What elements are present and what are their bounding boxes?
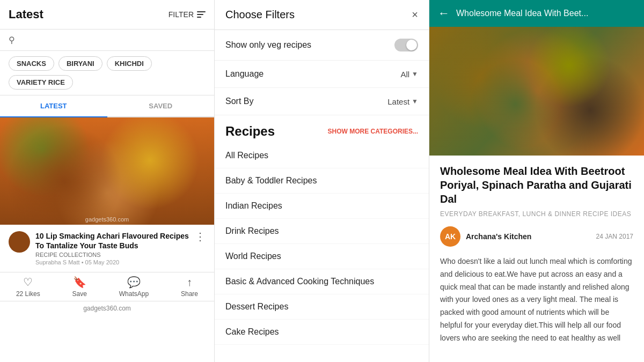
recipe-item-dessert[interactable]: Dessert Recipes	[215, 294, 429, 320]
recipe-body: Who doesn't like a laid out lunch meal w…	[429, 251, 644, 356]
article-date: 05 May 2020	[85, 259, 120, 265]
food-image-placeholder	[0, 117, 214, 225]
author-avatar: AK	[440, 226, 460, 247]
author-row: AK Archana's Kitchen 24 JAN 2017	[429, 222, 644, 251]
bottom-watermark: gadgets360.com	[0, 301, 214, 315]
recipe-item-indian[interactable]: Indian Recipes	[215, 194, 429, 219]
tab-saved[interactable]: SAVED	[107, 95, 215, 116]
chevron-down-icon-2: ▼	[412, 98, 418, 105]
whatsapp-icon: 💬	[127, 276, 141, 289]
veg-toggle[interactable]	[394, 39, 418, 51]
recipe-title-area: Wholesome Meal Idea With Beetroot Poriya…	[429, 156, 644, 222]
whatsapp-label: WhatsApp	[119, 290, 149, 298]
recipe-main-title: Wholesome Meal Idea With Beetroot Poriya…	[440, 164, 633, 206]
recipe-hero-image	[429, 27, 644, 156]
veg-filter-label: Show only veg recipes	[225, 40, 311, 50]
article-category: RECIPE COLLECTIONS	[35, 252, 189, 258]
recipes-section-header: Recipes SHOW MORE CATEGORIES...	[215, 115, 429, 143]
recipes-section-title: Recipes	[225, 124, 275, 139]
filter-panel: Choose Filters × Show only veg recipes L…	[215, 0, 429, 362]
share-icon: ↑	[187, 276, 192, 289]
more-options-button[interactable]: ⋮	[195, 231, 206, 242]
heart-icon: ♡	[23, 276, 33, 289]
sort-value-group: Latest ▼	[387, 97, 418, 106]
filter-icon	[197, 11, 206, 18]
close-button[interactable]: ×	[412, 9, 418, 21]
recipe-item-world[interactable]: World Recipes	[215, 244, 429, 269]
sort-filter-row[interactable]: Sort By Latest ▼	[215, 88, 429, 115]
likes-button[interactable]: ♡ 22 Likes	[16, 276, 40, 298]
right-panel: ← Wholesome Meal Idea With Beet... Whole…	[429, 0, 644, 362]
filter-title: Choose Filters	[225, 9, 295, 21]
language-value-group: All ▼	[400, 70, 418, 79]
back-arrow-icon[interactable]: ←	[438, 6, 450, 20]
save-label: Save	[72, 290, 87, 298]
tag-biryani[interactable]: BIRYANI	[58, 56, 103, 71]
avatar	[9, 231, 30, 253]
filter-header: Choose Filters ×	[215, 0, 429, 30]
recipe-item-cake[interactable]: Cake Recipes	[215, 320, 429, 345]
tags-row: SNACKS BIRYANI KHICHDI VARIETY RICE	[0, 51, 214, 95]
tabs-row: LATEST SAVED	[0, 95, 214, 117]
language-filter-row[interactable]: Language All ▼	[215, 61, 429, 88]
article-info: 10 Lip Smacking Achari Flavoured Recipes…	[0, 225, 214, 272]
right-content: Wholesome Meal Idea With Beetroot Poriya…	[429, 27, 644, 362]
share-button[interactable]: ↑ Share	[181, 276, 198, 298]
chevron-down-icon: ▼	[412, 70, 418, 78]
tab-latest[interactable]: LATEST	[0, 95, 107, 116]
search-icon: ⚲	[9, 35, 15, 45]
article-image: gadgets360.com	[0, 117, 214, 225]
recipe-item-cooking-techniques[interactable]: Basic & Advanced Cooking Techniques	[215, 269, 429, 294]
share-label: Share	[181, 290, 198, 298]
recipe-item-all[interactable]: All Recipes	[215, 143, 429, 168]
sort-label: Sort By	[225, 97, 253, 106]
recipe-image-placeholder	[429, 27, 644, 156]
recipe-subtitle: EVERYDAY BREAKFAST, LUNCH & DINNER RECIP…	[440, 210, 633, 218]
filter-label: FILTER	[169, 10, 194, 19]
article-text: 10 Lip Smacking Achari Flavoured Recipes…	[35, 231, 189, 265]
page-title: Latest	[9, 8, 43, 21]
article-title: 10 Lip Smacking Achari Flavoured Recipes…	[35, 231, 189, 250]
left-panel: Latest FILTER ⚲ SNACKS BIRYANI KHICHDI V…	[0, 0, 215, 362]
likes-label: 22 Likes	[16, 290, 40, 298]
right-header-title: Wholesome Meal Idea With Beet...	[456, 9, 588, 18]
recipes-list: All Recipes Baby & Toddler Recipes India…	[215, 143, 429, 362]
veg-filter-row: Show only veg recipes	[215, 30, 429, 61]
watermark: gadgets360.com	[85, 216, 129, 223]
article-meta: Suprabha S Matt • 05 May 2020	[35, 259, 189, 265]
right-header: ← Wholesome Meal Idea With Beet...	[429, 0, 644, 27]
tag-variety-rice[interactable]: VARIETY RICE	[9, 75, 73, 90]
save-button[interactable]: 🔖 Save	[72, 276, 87, 298]
search-bar: ⚲	[0, 29, 214, 51]
show-more-categories-link[interactable]: SHOW MORE CATEGORIES...	[328, 128, 418, 135]
sort-value: Latest	[387, 97, 409, 106]
left-header: Latest FILTER	[0, 0, 214, 29]
language-label: Language	[225, 69, 264, 79]
author-name: Archana's Kitchen	[466, 232, 591, 241]
bookmark-icon: 🔖	[73, 276, 86, 289]
recipe-item-baby-toddler[interactable]: Baby & Toddler Recipes	[215, 168, 429, 194]
tag-khichdi[interactable]: KHICHDI	[107, 56, 152, 71]
tag-snacks[interactable]: SNACKS	[9, 56, 54, 71]
recipe-item-drink[interactable]: Drink Recipes	[215, 219, 429, 244]
action-bar: ♡ 22 Likes 🔖 Save 💬 WhatsApp ↑ Share	[0, 272, 214, 301]
article-author: Suprabha S Matt	[35, 259, 80, 265]
recipe-date: 24 JAN 2017	[596, 233, 633, 240]
whatsapp-button[interactable]: 💬 WhatsApp	[119, 276, 149, 298]
language-value: All	[400, 70, 409, 79]
filter-button[interactable]: FILTER	[169, 10, 206, 19]
